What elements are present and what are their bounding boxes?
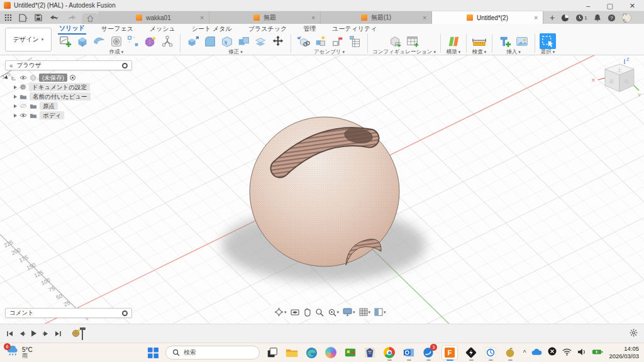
job-status-icon[interactable]: 1 [575,14,587,22]
copilot-icon[interactable] [324,345,338,360]
expand-triangle-icon[interactable] [14,85,17,89]
pan-icon[interactable] [303,308,311,317]
tab-manage[interactable]: 管理 [302,24,317,34]
group-label-select[interactable]: 選択▾ [541,49,555,55]
close-tab-icon[interactable]: × [534,14,538,21]
maximize-button[interactable]: ▢ [606,0,613,11]
tray-chevron-up-icon[interactable]: ^ [523,349,526,356]
gold-app-icon[interactable] [503,345,517,360]
viewcube-right-face[interactable]: 右 [624,78,630,84]
diamond-app-icon[interactable] [464,345,478,360]
expand-triangle-icon[interactable] [14,104,17,108]
clock-widget[interactable]: 14:05 2026/03/03 [609,345,639,360]
doc-tab-untitled2-active[interactable]: Untitled*(2) × [432,11,543,24]
new-component-icon[interactable] [313,33,329,49]
combine-icon[interactable] [236,33,252,49]
tab-utilities[interactable]: ユーティリティ [331,24,378,34]
clip-app-icon[interactable] [484,345,497,360]
start-button[interactable] [146,345,160,360]
tab-surface[interactable]: サーフェス [100,24,135,34]
chrome-icon[interactable] [382,345,396,360]
tab-mesh[interactable]: メッシュ [148,24,177,34]
insert-image-icon[interactable] [514,33,530,49]
edge-browser-icon[interactable] [304,345,318,360]
user-avatar[interactable]: ハち [622,13,631,23]
configuration-icon[interactable] [387,33,404,49]
new-document-button[interactable]: + [550,13,555,23]
wifi-icon[interactable] [562,347,572,358]
document-root-label[interactable]: (未保存) [39,74,67,82]
home-view-icon[interactable] [82,13,98,24]
select-icon[interactable] [540,33,556,49]
close-window-button[interactable]: ✕ [630,0,635,11]
create-sketch-icon[interactable] [57,33,74,49]
shogi-app-icon[interactable] [363,345,377,360]
construct-plane-icon[interactable] [445,33,462,49]
comment-options-icon[interactable] [122,310,128,316]
speaker-icon[interactable] [577,347,586,358]
shell-icon[interactable] [219,33,235,49]
ground-icon[interactable] [296,33,312,49]
viewport-canvas[interactable]: 375 225 200 175 150 125 100 75 50 25 [0,55,644,324]
grid-settings-icon[interactable]: ▾ [359,308,371,316]
display-settings-icon[interactable]: ▾ [343,308,355,316]
tab-sheetmetal[interactable]: シート メタル [191,24,233,34]
onedrive-icon[interactable] [531,347,542,358]
viewcube-top-face[interactable]: 上 [616,67,622,73]
move-copy-icon[interactable] [270,33,286,49]
group-label-create[interactable]: 作成▾ [109,49,124,55]
bom-icon[interactable] [347,33,363,49]
hole-icon[interactable] [108,33,125,49]
expand-triangle-icon[interactable] [4,75,9,80]
pattern-icon[interactable] [125,33,142,49]
play-icon[interactable] [31,328,37,339]
go-to-end-icon[interactable] [55,328,62,339]
doc-tab-wakka01[interactable]: wakka01 × [98,11,209,24]
insert-canvas-icon[interactable] [497,33,513,49]
task-view-icon[interactable] [265,345,279,360]
help-icon[interactable]: ? [608,14,616,22]
save-icon[interactable] [33,11,44,24]
step-back-icon[interactable] [19,328,25,339]
undo-icon[interactable] [47,11,62,24]
eye-icon[interactable] [19,75,27,80]
group-label-modify[interactable]: 修正▾ [228,49,243,55]
app-grid-menu-icon[interactable] [3,11,14,24]
activate-radio-icon[interactable] [70,75,75,80]
tab-plastic[interactable]: プラスチック [247,24,288,34]
file-menu-icon[interactable] [16,11,30,24]
doc-tab-mudai1[interactable]: 無題(1) × [321,11,432,24]
go-to-start-icon[interactable] [6,328,13,339]
browser-item-named-views[interactable]: 名前の付いたビュー [5,92,132,101]
viewports-icon[interactable]: ▾ [374,308,386,316]
fusion-taskbar-icon[interactable]: F [441,345,458,360]
group-label-construct[interactable]: 構築▾ [447,49,461,55]
sync-status-icon[interactable] [561,14,569,22]
close-tab-icon[interactable]: × [423,14,426,21]
zoom-icon[interactable] [315,308,324,317]
chat-app-icon[interactable]: 3 [421,345,435,360]
doc-tab-mudai[interactable]: 無題 × [209,11,321,24]
group-label-assemble[interactable]: アセンブリ▾ [314,49,345,55]
outlook-icon[interactable] [402,345,416,360]
design-workspace-dropdown[interactable]: デザイン ▾ [5,28,52,52]
collapse-panel-icon[interactable]: « [9,62,13,69]
config-table-icon[interactable] [404,33,421,49]
eye-icon[interactable] [19,112,27,118]
panel-options-icon[interactable] [122,63,128,69]
offset-face-icon[interactable] [253,33,269,49]
press-pull-icon[interactable] [185,33,201,49]
orbit-icon[interactable]: ▾ [274,307,287,317]
joint-icon[interactable] [330,33,346,49]
search-input[interactable]: 検索 [165,346,260,359]
mesh-sphere-body[interactable] [250,117,399,266]
group-label-insert[interactable]: 挿入▾ [506,49,521,55]
expand-triangle-icon[interactable] [14,114,17,118]
game-app-icon[interactable] [343,345,357,360]
eye-off-icon[interactable] [19,103,27,109]
expand-triangle-icon[interactable] [14,95,17,99]
file-explorer-icon[interactable] [285,345,299,360]
derive-icon[interactable] [159,33,175,49]
look-at-icon[interactable] [291,309,299,316]
notifications-bell-icon[interactable] [594,14,601,22]
